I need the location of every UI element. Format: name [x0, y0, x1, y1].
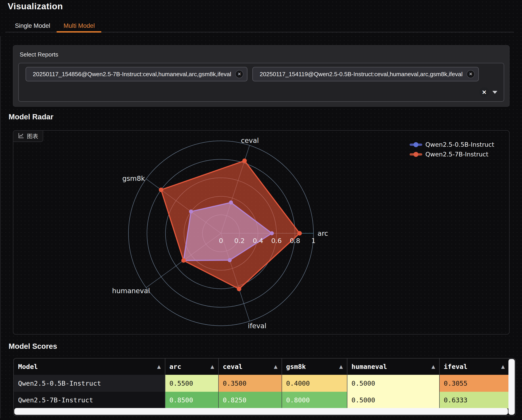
legend-label: Qwen2.5-0.5B-Instruct: [425, 141, 494, 148]
page-left-edge: [0, 36, 1, 418]
score-cell: 0.3500: [219, 375, 282, 392]
column-header-label: arc: [169, 363, 181, 370]
column-header-gsm8k[interactable]: gsm8k▲: [282, 359, 347, 375]
reports-multiselect[interactable]: 20250117_154856@Qwen2.5-7B-Instruct:ceva…: [18, 63, 504, 102]
svg-text:0: 0: [219, 237, 223, 245]
sort-ascending-icon[interactable]: ▲: [431, 364, 435, 369]
report-tag[interactable]: 20250117_154856@Qwen2.5-7B-Instruct:ceva…: [26, 67, 247, 81]
chevron-down-icon[interactable]: [492, 91, 497, 94]
score-cell: 0.5000: [347, 375, 440, 392]
column-header-label: ifeval: [444, 363, 468, 370]
table-row: Qwen2.5-7B-Instruct0.85000.82500.80000.5…: [14, 392, 509, 408]
select-reports-label: Select Reports: [20, 51, 58, 58]
column-header-label: humaneval: [352, 363, 387, 370]
sort-ascending-icon[interactable]: ▲: [339, 364, 343, 369]
svg-text:1: 1: [311, 237, 315, 245]
column-header-label: Model: [18, 363, 38, 370]
legend-label: Qwen2.5-7B-Instruct: [425, 151, 489, 158]
report-tag-label: 20250117_154856@Qwen2.5-7B-Instruct:ceva…: [33, 71, 231, 78]
column-header-label: ceval: [223, 363, 242, 370]
report-tag-label: 20250117_154119@Qwen2.5-0.5B-Instruct:ce…: [260, 71, 462, 78]
multiselect-controls: ✕: [479, 87, 497, 97]
page-title: Visualization: [8, 1, 63, 11]
plot-tab-label: 图表: [27, 133, 38, 140]
svg-text:0.2: 0.2: [234, 237, 245, 245]
score-cell: 0.5000: [347, 392, 440, 408]
svg-text:arc: arc: [318, 229, 328, 237]
model-scores-table-panel: Model▲arc▲ceval▲gsm8k▲humaneval▲ifeval▲Q…: [13, 358, 516, 416]
sort-ascending-icon[interactable]: ▲: [501, 364, 505, 369]
chart-legend: Qwen2.5-0.5B-InstructQwen2.5-7B-Instruct: [410, 141, 494, 158]
report-tag[interactable]: 20250117_154119@Qwen2.5-0.5B-Instruct:ce…: [253, 67, 479, 81]
tabbar: Single Model Multi Model: [0, 21, 522, 33]
radar-plot-panel: 00.20.40.60.81arccevalgsm8khumanevalifev…: [13, 130, 510, 335]
svg-text:ceval: ceval: [241, 136, 259, 144]
remove-tag-icon[interactable]: ✕: [235, 70, 243, 78]
score-cell: 0.8000: [282, 392, 347, 408]
sort-ascending-icon[interactable]: ▲: [274, 364, 277, 369]
plot-tab[interactable]: 图表: [13, 131, 43, 142]
sort-ascending-icon[interactable]: ▲: [157, 364, 161, 369]
score-cell: 0.8250: [219, 392, 282, 408]
column-header-humaneval[interactable]: humaneval▲: [347, 359, 440, 375]
selected-report-tags: 20250117_154856@Qwen2.5-7B-Instruct:ceva…: [26, 67, 479, 81]
column-header-model[interactable]: Model▲: [14, 359, 165, 375]
select-reports-panel: Select Reports 20250117_154856@Qwen2.5-7…: [13, 45, 510, 107]
score-cell: 0.4000: [282, 375, 347, 392]
scatter-chart-icon: [18, 133, 24, 140]
svg-text:0.4: 0.4: [253, 237, 263, 245]
model-name-cell: Qwen2.5-0.5B-Instruct: [14, 375, 165, 392]
vertical-scrollbar[interactable]: [508, 359, 515, 415]
score-cell: 0.5500: [165, 375, 219, 392]
column-header-ceval[interactable]: ceval▲: [219, 359, 282, 375]
radar-chart: 00.20.40.60.81arccevalgsm8khumanevalifev…: [13, 131, 509, 334]
remove-tag-icon[interactable]: ✕: [467, 70, 475, 78]
svg-text:humaneval: humaneval: [112, 287, 150, 295]
legend-item[interactable]: Qwen2.5-7B-Instruct: [410, 151, 494, 158]
clear-all-icon[interactable]: ✕: [479, 87, 489, 97]
svg-text:gsm8k: gsm8k: [122, 174, 145, 182]
score-cell: 0.8500: [165, 392, 219, 408]
svg-text:0.8: 0.8: [290, 237, 300, 245]
score-cell: 0.6333: [440, 392, 509, 408]
model-radar-heading: Model Radar: [8, 112, 53, 121]
column-header-label: gsm8k: [286, 363, 306, 370]
table-row: Qwen2.5-0.5B-Instruct0.55000.35000.40000…: [14, 375, 509, 392]
svg-text:ifeval: ifeval: [248, 322, 266, 330]
model-scores-heading: Model Scores: [8, 342, 57, 351]
column-header-ifeval[interactable]: ifeval▲: [440, 359, 509, 375]
tab-single-model[interactable]: Single Model: [15, 21, 50, 31]
legend-line-icon: [410, 151, 422, 157]
svg-text:0.6: 0.6: [271, 237, 282, 245]
horizontal-scrollbar[interactable]: [14, 408, 508, 415]
tab-multi-model[interactable]: Multi Model: [63, 21, 95, 31]
model-name-cell: Qwen2.5-7B-Instruct: [14, 392, 165, 408]
legend-line-icon: [410, 142, 422, 148]
column-header-arc[interactable]: arc▲: [165, 359, 219, 375]
legend-item[interactable]: Qwen2.5-0.5B-Instruct: [410, 141, 494, 148]
sort-ascending-icon[interactable]: ▲: [211, 364, 214, 369]
score-cell: 0.3055: [440, 375, 509, 392]
active-tab-underline: [57, 31, 101, 33]
model-scores-table: Model▲arc▲ceval▲gsm8k▲humaneval▲ifeval▲Q…: [14, 359, 509, 408]
